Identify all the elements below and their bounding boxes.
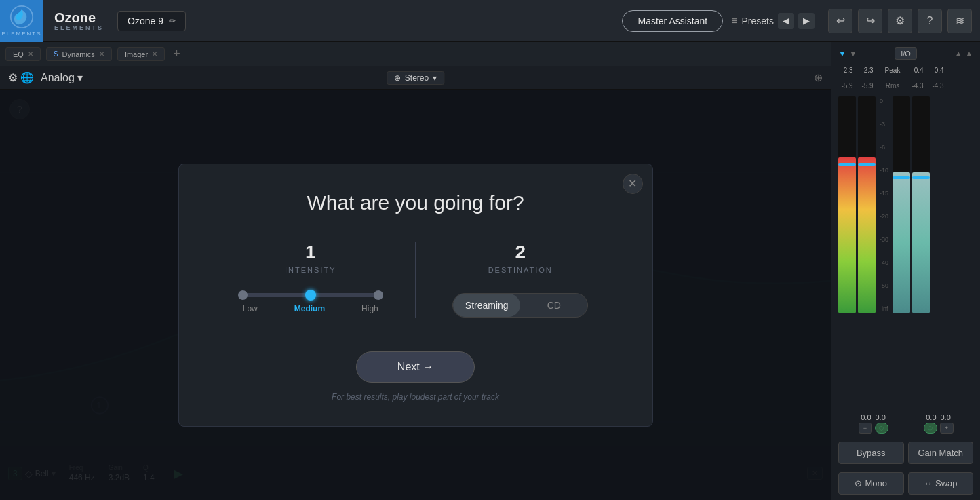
- analog-chevron: ▾: [77, 71, 83, 84]
- dialog-sections: 1 INTENSITY Low: [220, 242, 612, 318]
- ch1-rms-val: -5.9: [838, 82, 856, 90]
- slider-thumb-mid[interactable]: [305, 290, 316, 301]
- globe-icon: 🌐: [20, 71, 34, 84]
- left-channel-meters: [838, 96, 876, 313]
- top-bar: ELEMENTS Ozone ELEMENTS Ozone 9 ✏ Master…: [0, 0, 980, 42]
- mono-button[interactable]: ⊙ Mono: [838, 472, 904, 495]
- module-tab-eq[interactable]: EQ ✕: [5, 47, 41, 61]
- app-name: Ozone ELEMENTS: [54, 10, 104, 31]
- intensity-slider-track[interactable]: [243, 293, 378, 297]
- bottom-buttons-2: ⊙ Mono ↔ Swap: [838, 472, 973, 495]
- logo-area: ELEMENTS: [0, 0, 43, 42]
- app-sub: ELEMENTS: [54, 24, 104, 31]
- settings-button[interactable]: ⚙: [888, 9, 912, 33]
- r-rms-val2: -4.3: [929, 82, 947, 90]
- redo-button[interactable]: ↪: [858, 9, 882, 33]
- destination-number: 2: [515, 242, 526, 263]
- module-dynamics-close[interactable]: ✕: [99, 50, 104, 58]
- slider-thumb-high[interactable]: [374, 290, 383, 300]
- bottom-buttons: Bypass Gain Match: [838, 442, 973, 464]
- waves-button[interactable]: ≋: [947, 9, 972, 33]
- destination-toggle[interactable]: Streaming CD: [452, 293, 588, 318]
- meter-ctrl-linked[interactable]: ⬡: [875, 423, 888, 434]
- bottom-vals-l: 0.0 0.0: [861, 413, 886, 421]
- bypass-button[interactable]: Bypass: [838, 442, 904, 464]
- bottom-val-group-r: 0.0 0.0 ⬡ +: [924, 413, 954, 434]
- add-module-button[interactable]: +: [173, 47, 180, 61]
- meter-ctrl-l: − ⬡: [859, 423, 888, 434]
- right-channel-meters: [893, 96, 930, 313]
- presets-next-button[interactable]: ▶: [798, 13, 815, 29]
- dialog-overlay: ✕ What are you going for? 1 INTENSITY: [0, 90, 831, 500]
- stereo-select[interactable]: ⊕ Stereo ▾: [387, 71, 444, 85]
- center-content: EQ ✕ S Dynamics ✕ Imager ✕ + ⚙ 🌐 Analog …: [0, 42, 831, 500]
- swap-button[interactable]: ↔ Swap: [908, 472, 974, 495]
- io-header: ▼ ▼ I/O ▲ ▲: [838, 47, 973, 60]
- destination-label: DESTINATION: [488, 266, 553, 274]
- meter-handle-l2[interactable]: [858, 163, 876, 166]
- meter-fill-r1: [893, 172, 910, 313]
- intensity-number: 1: [305, 242, 316, 263]
- analog-label: Analog: [41, 72, 75, 84]
- io-badge[interactable]: I/O: [895, 47, 917, 60]
- bottom-val-group-l: 0.0 0.0 − ⬡: [859, 413, 888, 434]
- gain-match-button[interactable]: Gain Match: [908, 442, 974, 464]
- meter-col-l2: [858, 96, 876, 313]
- preset-name-box[interactable]: Ozone 9 ✏: [117, 11, 186, 31]
- bottom-val-r2: 0.0: [941, 413, 951, 421]
- rms-label: Rms: [879, 82, 906, 90]
- down-arrow-icon2: ▼: [849, 49, 857, 58]
- stereo-label: Stereo: [405, 73, 429, 83]
- meter-ctrl-plus-r[interactable]: +: [940, 423, 954, 434]
- module-imager-close[interactable]: ✕: [152, 50, 157, 58]
- logo-text: ELEMENTS: [1, 31, 41, 37]
- hint-text: For best results, play loudest part of y…: [332, 392, 499, 402]
- module-eq-label: EQ: [13, 50, 24, 58]
- next-button[interactable]: Next →: [356, 351, 475, 383]
- meter-handle-r1[interactable]: [893, 176, 910, 179]
- meter-fill-l1: [838, 157, 856, 313]
- module-bar: EQ ✕ S Dynamics ✕ Imager ✕ +: [0, 42, 831, 66]
- section-divider: [415, 242, 416, 318]
- dialog-title: What are you going for?: [220, 191, 612, 214]
- help-button[interactable]: ?: [918, 9, 942, 33]
- streaming-option[interactable]: Streaming: [453, 294, 520, 317]
- analog-select-item[interactable]: Analog ▾: [41, 71, 83, 84]
- undo-button[interactable]: ↩: [828, 9, 852, 33]
- meter-bottom-values: 0.0 0.0 − ⬡ 0.0 0.0 ⬡ +: [838, 413, 973, 434]
- peak-label: Peak: [879, 66, 906, 74]
- r-peak-val1: -0.4: [909, 66, 926, 74]
- slider-thumb-low[interactable]: [238, 290, 248, 300]
- mono-label: Mono: [865, 478, 887, 488]
- meter-scale: 0 -3 -6 -10 -15 -20 -30 -40 -50 -inf: [880, 96, 888, 313]
- intensity-section: 1 INTENSITY Low: [220, 242, 402, 313]
- eq-canvas: 1 2 4 3 ◇ Bell ▾ Freq 446 Hz: [0, 90, 831, 500]
- meter-ctrl-linked-r[interactable]: ⬡: [924, 423, 937, 434]
- module-tab-imager[interactable]: Imager ✕: [117, 47, 165, 61]
- meter-col-r2: [912, 96, 930, 313]
- meter-fill-l2: [858, 157, 876, 313]
- edit-icon[interactable]: ✏: [169, 16, 176, 26]
- meter-handle-l1[interactable]: [838, 163, 856, 166]
- intensity-slider-container[interactable]: Low Medium High: [236, 293, 385, 313]
- settings-item[interactable]: ⚙ 🌐: [8, 71, 34, 84]
- module-tab-dynamics[interactable]: S Dynamics ✕: [46, 47, 112, 61]
- module-imager-label: Imager: [125, 50, 148, 58]
- zoom-icon[interactable]: ⊕: [814, 71, 823, 84]
- meter-handle-r2[interactable]: [912, 176, 930, 179]
- destination-section: 2 DESTINATION Streaming CD: [429, 242, 612, 318]
- r-rms-val1: -4.3: [909, 82, 926, 90]
- meter-ctrl-r: ⬡ +: [924, 423, 954, 434]
- presets-prev-button[interactable]: ◀: [778, 13, 794, 29]
- module-eq-close[interactable]: ✕: [28, 50, 33, 58]
- mono-icon: ⊙: [855, 478, 862, 488]
- master-assistant-button[interactable]: Master Assistant: [622, 10, 723, 32]
- meter-top-values: -2.3 -2.3 Peak -0.4 -0.4: [838, 65, 973, 75]
- cd-option[interactable]: CD: [520, 294, 587, 317]
- meter-ctrl-minus-l[interactable]: −: [859, 423, 872, 434]
- dialog-box: ✕ What are you going for? 1 INTENSITY: [178, 164, 653, 427]
- meter-fill-r2: [912, 172, 930, 313]
- right-panel: ▼ ▼ I/O ▲ ▲ -2.3 -2.3 Peak -0.4 -0.4 -5.…: [831, 42, 980, 500]
- dialog-close-button[interactable]: ✕: [623, 174, 643, 194]
- meters-row: 0 -3 -6 -10 -15 -20 -30 -40 -50 -inf: [838, 96, 973, 405]
